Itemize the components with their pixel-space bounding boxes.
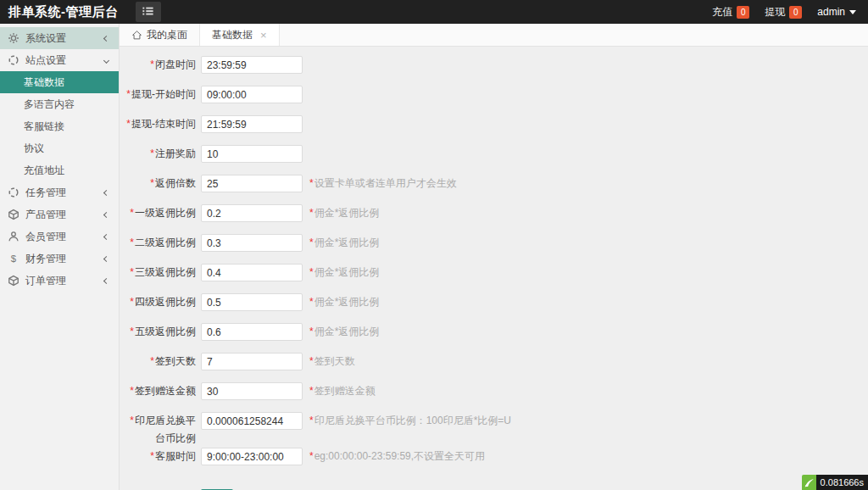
sidebar-item-order-mgmt[interactable]: 订单管理 <box>0 270 119 292</box>
idr-exchange-rate-hint: *印尼盾兑换平台币比例：100印尼盾*比例=U <box>309 412 511 430</box>
trace-badge: 0.081666s <box>802 475 868 490</box>
required-mark: * <box>309 237 314 248</box>
required-mark: * <box>150 450 154 462</box>
chevron-icon <box>103 57 109 63</box>
withdraw-end-time-label: *提现-结束时间 <box>123 115 196 133</box>
withdraw-end-time-input[interactable] <box>201 115 303 133</box>
tab-my-desktop[interactable]: 我的桌面 <box>120 24 200 46</box>
closing-time-input[interactable] <box>201 56 303 74</box>
level5-rebate-label: *五级返佣比例 <box>123 323 196 341</box>
form-row-closing-time: *闭盘时间 <box>123 56 868 74</box>
level4-rebate-input[interactable] <box>201 293 303 311</box>
recharge-label: 充值 <box>712 5 732 19</box>
chevron-icon <box>103 189 109 195</box>
form-row-level3-rebate: *三级返佣比例 *佣金*返佣比例 <box>123 264 868 281</box>
signin-days-label: *签到天数 <box>123 353 196 370</box>
required-mark: * <box>130 296 134 308</box>
form-rows: *闭盘时间 *提现-开始时间 *提现-结束时间 *注册奖励 *返佣倍数 *设置卡… <box>123 56 868 465</box>
required-mark: * <box>309 326 314 337</box>
withdraw-start-time-input[interactable] <box>201 86 303 103</box>
cube-icon <box>7 274 20 287</box>
chevron-icon <box>103 233 109 239</box>
trace-logo-icon[interactable] <box>802 475 816 490</box>
sidebar-item-member-mgmt[interactable]: 会员管理 <box>0 226 119 248</box>
form-row-withdraw-end-time: *提现-结束时间 <box>123 115 868 133</box>
service-time-input[interactable] <box>201 448 303 465</box>
form-row-signin-amount: *签到赠送金额 *签到赠送金额 <box>123 382 868 400</box>
closing-time-label: *闭盘时间 <box>123 56 196 74</box>
required-mark: * <box>309 385 314 397</box>
withdraw-menu-item[interactable]: 提现 0 <box>765 5 802 19</box>
sidebar-item-label: 任务管理 <box>25 186 104 200</box>
form-row-idr-exchange-rate: *印尼盾兑换平台币比例 *印尼盾兑换平台币比例：100印尼盾*比例=U <box>123 412 868 448</box>
sidebar-item-site-settings[interactable]: 站点设置 <box>0 49 119 71</box>
level5-rebate-input[interactable] <box>201 323 303 341</box>
sidebar-item-label: 会员管理 <box>25 230 104 244</box>
app-title: 排单系统-管理后台 <box>0 4 127 20</box>
required-mark: * <box>130 385 134 397</box>
required-mark: * <box>130 326 134 337</box>
user-dropdown[interactable]: admin <box>817 6 856 18</box>
required-mark: * <box>150 177 154 189</box>
dollar-icon: $ <box>7 252 20 265</box>
topbar: 排单系统-管理后台 充值 0 提现 0 admin <box>0 0 868 24</box>
trace-time[interactable]: 0.081666s <box>816 475 868 490</box>
recharge-count-badge: 0 <box>737 6 749 19</box>
idr-exchange-rate-label: *印尼盾兑换平台币比例 <box>123 412 196 448</box>
sidebar-item-label: 站点设置 <box>25 53 104 68</box>
required-mark: * <box>130 266 134 278</box>
sidebar-item-task-mgmt[interactable]: 任务管理 <box>0 181 119 203</box>
level2-rebate-input[interactable] <box>201 234 303 252</box>
form-row-withdraw-start-time: *提现-开始时间 <box>123 86 868 103</box>
form-row-level5-rebate: *五级返佣比例 *佣金*返佣比例 <box>123 323 868 341</box>
sidebar-subitem-label: 客服链接 <box>24 120 64 134</box>
level3-rebate-input[interactable] <box>201 264 303 281</box>
sidebar-subitem-basic-data[interactable]: 基础数据 <box>0 71 119 93</box>
list-icon <box>142 5 154 19</box>
required-mark: * <box>309 296 314 308</box>
chevron-icon <box>103 35 109 41</box>
basic-data-form: *闭盘时间 *提现-开始时间 *提现-结束时间 *注册奖励 *返佣倍数 *设置卡… <box>120 47 868 490</box>
level4-rebate-hint: *佣金*返佣比例 <box>309 293 379 311</box>
sidebar-subitem-multilang-content[interactable]: 多语言内容 <box>0 93 119 115</box>
service-time-label: *客服时间 <box>123 448 196 465</box>
recharge-menu-item[interactable]: 充值 0 <box>712 5 749 19</box>
signin-amount-input[interactable] <box>201 382 303 400</box>
level1-rebate-input[interactable] <box>201 204 303 222</box>
form-row-level4-rebate: *四级返佣比例 *佣金*返佣比例 <box>123 293 868 311</box>
username-label: admin <box>817 6 845 18</box>
sidebar-item-product-mgmt[interactable]: 产品管理 <box>0 203 119 226</box>
sidebar-toggle-button[interactable] <box>136 2 161 22</box>
signin-days-hint: *签到天数 <box>309 353 355 370</box>
required-mark: * <box>130 415 134 426</box>
sidebar-menu: 系统设置 站点设置 基础数据 多语言内容 客服链接 协议 充值地址 任务管理 产… <box>0 27 119 292</box>
signin-amount-hint: *签到赠送金额 <box>309 382 376 400</box>
required-mark: * <box>309 450 314 462</box>
chevron-icon <box>103 277 109 283</box>
signin-amount-label: *签到赠送金额 <box>123 382 196 400</box>
required-mark: * <box>309 266 314 278</box>
tab-basic-data[interactable]: 基础数据 × <box>200 24 280 46</box>
sidebar-subitem-recharge-address[interactable]: 充值地址 <box>0 159 119 181</box>
tab-close-icon[interactable]: × <box>260 30 267 41</box>
chevron-icon <box>103 211 109 217</box>
required-mark: * <box>126 118 131 130</box>
sidebar-item-label: 产品管理 <box>25 208 104 222</box>
tab-label: 我的桌面 <box>147 28 187 42</box>
level2-rebate-hint: *佣金*返佣比例 <box>309 234 379 252</box>
gear-icon <box>7 31 20 45</box>
sidebar-subitem-label: 基础数据 <box>24 75 64 90</box>
required-mark: * <box>150 148 154 159</box>
level1-rebate-label: *一级返佣比例 <box>123 204 196 222</box>
idr-exchange-rate-input[interactable] <box>201 412 303 430</box>
rebate-multiple-hint: *设置卡单或者连单用户才会生效 <box>309 175 457 192</box>
sidebar: 系统设置 站点设置 基础数据 多语言内容 客服链接 协议 充值地址 任务管理 产… <box>0 24 120 490</box>
signin-days-input[interactable] <box>201 353 303 370</box>
sidebar-subitem-service-link[interactable]: 客服链接 <box>0 115 119 137</box>
sidebar-item-system-settings[interactable]: 系统设置 <box>0 27 119 49</box>
sidebar-subitem-agreement[interactable]: 协议 <box>0 137 119 159</box>
required-mark: * <box>150 355 154 367</box>
sidebar-item-finance-mgmt[interactable]: $ 财务管理 <box>0 248 119 270</box>
rebate-multiple-input[interactable] <box>201 175 303 192</box>
register-reward-input[interactable] <box>201 145 303 163</box>
